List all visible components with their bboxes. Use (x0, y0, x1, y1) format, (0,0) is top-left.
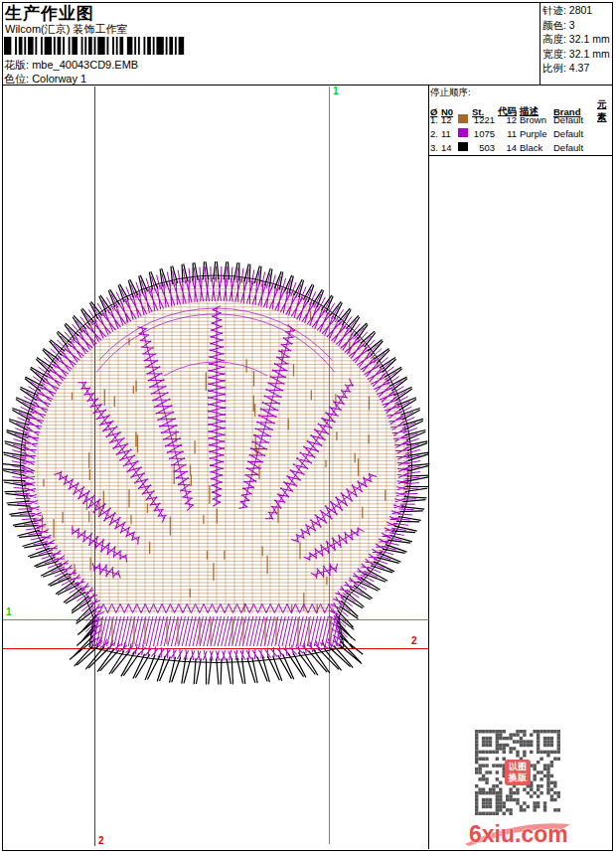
red-stamp: 以图 换版 (505, 760, 531, 785)
production-worksheet-page: 生产作业图 Wilcom(汇京) 装饰工作室 花版: mbe_40043CD9.… (0, 0, 616, 855)
watermark-text: 6xiu.com (469, 821, 568, 848)
shell-embroidery-design-preview (0, 0, 616, 855)
